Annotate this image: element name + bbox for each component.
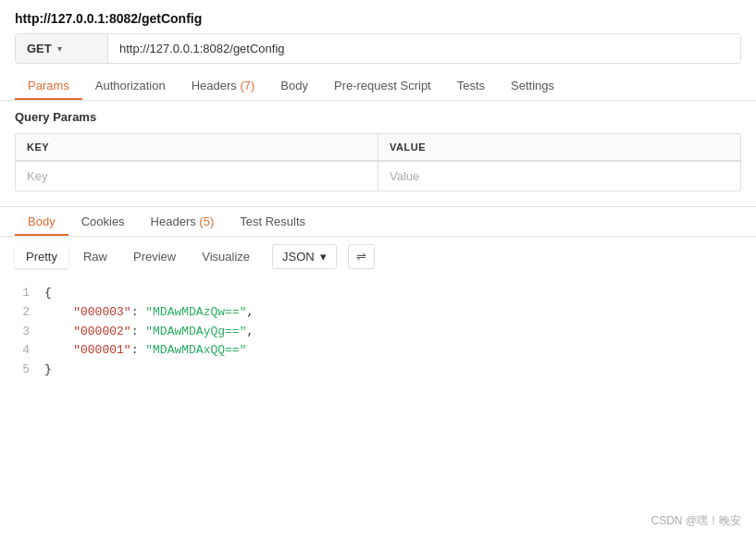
method-label: GET: [27, 42, 52, 55]
code-line-5: 5 }: [15, 361, 741, 380]
format-preview-button[interactable]: Preview: [122, 245, 187, 268]
key-cell[interactable]: Key: [16, 162, 378, 190]
tab-settings[interactable]: Settings: [498, 71, 567, 100]
page-wrapper: http://127.0.0.1:8082/getConfig GET ▾ Pa…: [0, 0, 756, 540]
code-content-2: "000003": "MDAwMDAzQw==",: [44, 303, 254, 323]
query-params-table: KEY VALUE Key Value: [15, 133, 741, 191]
request-tabs: Params Authorization Headers (7) Body Pr…: [0, 71, 756, 100]
tab-body[interactable]: Body: [267, 71, 321, 100]
json-value-2: "MDAwMDAzQw==": [145, 305, 246, 319]
method-select[interactable]: GET ▾: [16, 34, 108, 63]
page-title: http://127.0.0.1:8082/getConfig: [0, 0, 756, 33]
code-line-4: 4 "000001": "MDAwMDAxQQ==": [15, 341, 741, 361]
tab-pre-request-script[interactable]: Pre-request Script: [321, 71, 444, 100]
chevron-down-icon: ▾: [57, 43, 62, 54]
col-value-header: VALUE: [378, 134, 740, 160]
json-format-select[interactable]: JSON ▾: [272, 244, 337, 269]
line-number-4: 4: [15, 341, 30, 361]
url-input[interactable]: [108, 34, 740, 63]
line-number-1: 1: [15, 284, 30, 303]
tab-headers[interactable]: Headers (7): [179, 71, 268, 100]
wrap-button[interactable]: ⇌: [348, 244, 375, 269]
json-chevron-icon: ▾: [320, 250, 327, 264]
tab-params[interactable]: Params: [15, 71, 82, 100]
response-tab-body[interactable]: Body: [15, 207, 68, 236]
request-tabs-section: Params Authorization Headers (7) Body Pr…: [0, 71, 756, 101]
line-number-3: 3: [15, 323, 30, 342]
response-tab-test-results[interactable]: Test Results: [227, 207, 318, 236]
query-params-header: KEY VALUE: [16, 134, 740, 161]
format-raw-button[interactable]: Raw: [72, 245, 118, 268]
request-bar: GET ▾: [15, 33, 741, 64]
json-value-4: "MDAwMDAxQQ==": [145, 343, 246, 357]
query-params-title: Query Params: [0, 101, 756, 133]
line-number-2: 2: [15, 303, 30, 323]
response-tab-cookies[interactable]: Cookies: [68, 207, 138, 236]
line-number-5: 5: [15, 361, 30, 380]
code-content-3: "000002": "MDAwMDAyQg==",: [44, 323, 254, 342]
json-key-4: "000001": [73, 343, 130, 357]
code-line-3: 3 "000002": "MDAwMDAyQg==",: [15, 323, 741, 342]
code-line-2: 2 "000003": "MDAwMDAzQw==",: [15, 303, 741, 323]
format-visualize-button[interactable]: Visualize: [191, 245, 261, 268]
col-key-header: KEY: [16, 134, 378, 160]
format-bar: Pretty Raw Preview Visualize JSON ▾ ⇌: [0, 237, 756, 276]
response-tabs: Body Cookies Headers (5) Test Results: [0, 207, 756, 236]
wrap-icon: ⇌: [356, 250, 366, 264]
json-key-3: "000002": [73, 325, 130, 338]
json-key-2: "000003": [73, 305, 130, 319]
format-pretty-button[interactable]: Pretty: [15, 245, 68, 268]
tab-tests[interactable]: Tests: [444, 71, 498, 100]
code-content-1: {: [44, 284, 52, 303]
response-tabs-section: Body Cookies Headers (5) Test Results: [0, 207, 756, 237]
json-format-label: JSON: [282, 250, 315, 264]
code-line-1: 1 {: [15, 284, 741, 303]
tab-authorization[interactable]: Authorization: [82, 71, 179, 100]
code-content-5: }: [44, 361, 52, 380]
code-block: 1 { 2 "000003": "MDAwMDAzQw==", 3 "00000…: [0, 276, 756, 387]
response-tab-headers[interactable]: Headers (5): [138, 207, 228, 236]
query-params-empty-row: Key Value: [16, 161, 740, 190]
value-cell[interactable]: Value: [378, 162, 740, 190]
json-value-3: "MDAwMDAyQg==": [145, 325, 246, 338]
code-content-4: "000001": "MDAwMDAxQQ==": [44, 341, 246, 361]
watermark: CSDN @嘿！晚安: [651, 513, 741, 529]
